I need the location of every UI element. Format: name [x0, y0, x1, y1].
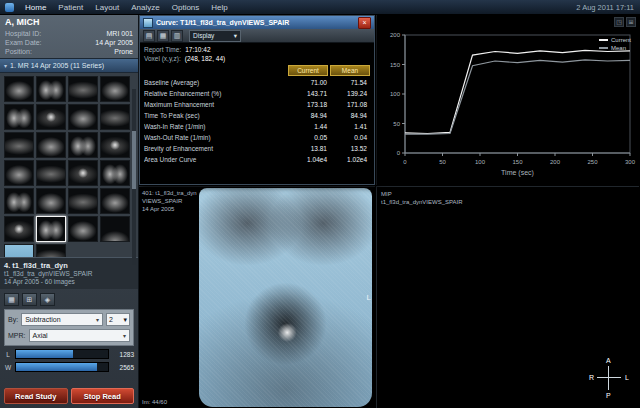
kinetics-table-row: Baseline (Average) 71.00 71.54: [144, 77, 370, 88]
series-thumbnail[interactable]: [36, 244, 66, 257]
kinetics-table-row: Brevity of Enhancement 13.81 13.52: [144, 143, 370, 154]
window-icon: [143, 18, 153, 28]
compass-horizontal-line: [597, 377, 621, 378]
mpr-orientation-select[interactable]: Axial ▾: [29, 329, 131, 342]
axial-viewport: 401: t1_fl3d_tra_dyn VIEWS_SPAIR 14 Apr …: [139, 186, 375, 408]
patient-field: Hospital ID: MRI 001: [5, 29, 133, 38]
series-thumbnail[interactable]: [4, 244, 34, 257]
series-thumbnail[interactable]: [100, 188, 130, 214]
menu-item[interactable]: Help: [205, 0, 233, 14]
compass-right-label: R: [589, 374, 594, 381]
series-group-label: 1. MR 14 Apr 2005 (11 Series): [10, 62, 104, 69]
display-dropdown[interactable]: Display ▾: [189, 30, 241, 42]
series-thumbnail[interactable]: [4, 188, 34, 214]
active-series-sequence: t1_fl3d_tra_dynVIEWS_SPAIR: [4, 270, 134, 278]
menu-item[interactable]: Analyze: [125, 0, 165, 14]
curve-window-title: Curve: T1/t1_fl3d_tra_dynVIEWS_SPAIR: [156, 19, 355, 26]
series-thumbnail[interactable]: [36, 216, 66, 242]
axial-overlay-series: 401: t1_fl3d_tra_dyn VIEWS_SPAIR 14 Apr …: [142, 189, 197, 213]
level-slider[interactable]: [15, 349, 109, 359]
application-window: HomePatientLayoutAnalyzeOptionsHelp 2 Au…: [0, 0, 640, 408]
active-series-panel[interactable]: 4. t1_fl3d_tra_dyn t1_fl3d_tra_dynVIEWS_…: [0, 257, 138, 289]
series-thumbnail[interactable]: [4, 132, 34, 158]
legend-swatch: [599, 47, 608, 49]
axial-overlay-image-number: Im: 44/60: [142, 398, 167, 406]
kinetic-curve-panel: ◳ ⊞ 050100150200250300050100150200Time (…: [376, 15, 639, 185]
series-thumbnail[interactable]: [36, 104, 66, 130]
app-logo-icon: [5, 3, 14, 12]
expand-icon[interactable]: ⊞: [626, 17, 636, 27]
chevron-down-icon: ▾: [4, 62, 7, 69]
level-label: L: [4, 351, 12, 358]
layout-tool-button[interactable]: ⊞: [22, 293, 37, 306]
mip-overlay-text: MIP t1_fl3d_tra_dynVIEWS_SPAIR: [381, 190, 463, 206]
series-thumbnail-grid: [0, 73, 138, 257]
series-thumbnail[interactable]: [4, 216, 34, 242]
kinetics-table-row: Time To Peak (sec) 84.94 84.94: [144, 110, 370, 121]
mip-tool-button[interactable]: ▦: [4, 293, 19, 306]
svg-text:100: 100: [390, 91, 401, 97]
scrollbar-thumb[interactable]: [132, 131, 136, 189]
series-thumbnail[interactable]: [4, 160, 34, 186]
copy-icon[interactable]: ▥: [171, 30, 183, 42]
curve-window-titlebar[interactable]: Curve: T1/t1_fl3d_tra_dynVIEWS_SPAIR ×: [140, 16, 374, 29]
phase-spinner[interactable]: 2 ▾: [106, 313, 130, 326]
stop-read-button[interactable]: Stop Read: [71, 388, 135, 404]
mip-viewport[interactable]: MIP t1_fl3d_tra_dynVIEWS_SPAIR A P R L: [376, 186, 639, 408]
series-group-header[interactable]: ▾ 1. MR 14 Apr 2005 (11 Series): [0, 58, 138, 73]
chart-corner-buttons: ◳ ⊞: [614, 17, 636, 27]
series-thumbnail[interactable]: [100, 216, 130, 242]
series-thumbnail[interactable]: [4, 76, 34, 102]
curve-window-content: Report Time: 17:10:42 Voxel (x,y,z): (24…: [140, 43, 374, 167]
svg-text:200: 200: [550, 159, 561, 165]
legend-item: Mean: [599, 45, 631, 51]
level-slider-row: L 1283: [4, 349, 134, 359]
svg-text:50: 50: [439, 159, 446, 165]
reset-tool-button[interactable]: ◈: [40, 293, 55, 306]
window-value: 2565: [112, 364, 134, 371]
menu-item[interactable]: Home: [19, 0, 52, 14]
series-thumbnail[interactable]: [68, 104, 98, 130]
window-label: W: [4, 364, 12, 371]
thumbnail-scrollbar[interactable]: [132, 89, 136, 265]
series-thumbnail[interactable]: [68, 188, 98, 214]
kinetics-table-row: Wash-Out Rate (1/min) 0.05 0.04: [144, 132, 370, 143]
series-thumbnail[interactable]: [36, 160, 66, 186]
menu-item[interactable]: Patient: [52, 0, 89, 14]
svg-text:300: 300: [625, 159, 636, 165]
subtraction-select[interactable]: Subtraction ▾: [21, 313, 103, 326]
compass-posterior-label: P: [606, 392, 611, 399]
series-thumbnail[interactable]: [100, 76, 130, 102]
series-thumbnail[interactable]: [36, 132, 66, 158]
chevron-down-icon: ▾: [123, 316, 127, 324]
window-slider-row: W 2565: [4, 362, 134, 372]
axial-mri-image[interactable]: [199, 188, 372, 407]
series-thumbnail[interactable]: [68, 132, 98, 158]
pin-icon[interactable]: ◳: [614, 17, 624, 27]
print-icon[interactable]: ▦: [157, 30, 169, 42]
series-thumbnail[interactable]: [4, 104, 34, 130]
window-slider[interactable]: [15, 362, 109, 372]
series-thumbnail[interactable]: [68, 216, 98, 242]
series-thumbnail[interactable]: [36, 76, 66, 102]
series-thumbnail[interactable]: [100, 160, 130, 186]
curve-window-toolbar: ▤ ▦ ▥ Display ▾: [140, 29, 374, 43]
series-thumbnail[interactable]: [68, 76, 98, 102]
read-study-button[interactable]: Read Study: [4, 388, 68, 404]
series-thumbnail[interactable]: [100, 132, 130, 158]
series-thumbnail[interactable]: [100, 104, 130, 130]
menu-item[interactable]: Options: [166, 0, 206, 14]
save-icon[interactable]: ▤: [143, 30, 155, 42]
patient-name: A, MICH: [5, 17, 133, 27]
svg-text:Time (sec): Time (sec): [501, 169, 534, 177]
menu-item[interactable]: Layout: [89, 0, 125, 14]
curve-window: Curve: T1/t1_fl3d_tra_dynVIEWS_SPAIR × ▤…: [139, 15, 375, 185]
orientation-marker-left: L: [367, 293, 371, 302]
kinetics-table-headers: CurrentMean: [144, 65, 370, 76]
series-thumbnail[interactable]: [68, 160, 98, 186]
close-icon[interactable]: ×: [358, 17, 371, 29]
kinetics-table-row: Maximum Enhancement 173.18 171.08: [144, 99, 370, 110]
series-thumbnail[interactable]: [36, 188, 66, 214]
svg-text:0: 0: [403, 159, 407, 165]
kinetics-table: Baseline (Average) 71.00 71.54 Relative …: [144, 77, 370, 165]
